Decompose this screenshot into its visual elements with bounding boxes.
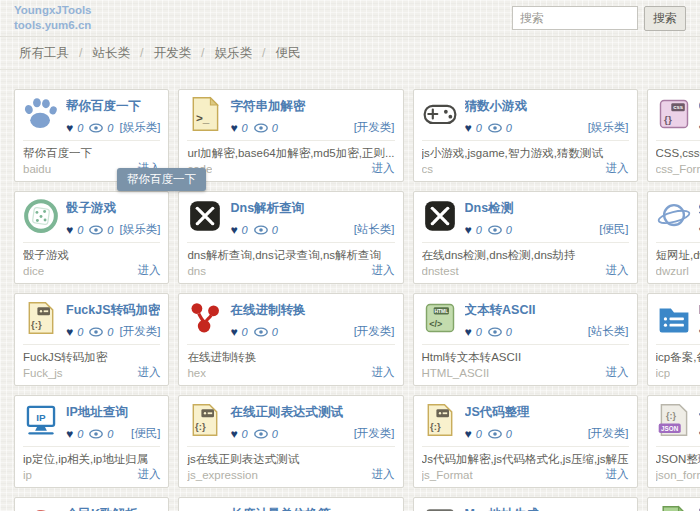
card-footer: js_expression 进入 [187,467,394,483]
enter-link[interactable]: 进入 [606,365,629,380]
category-tag[interactable]: [站长类] [588,324,629,339]
tool-id: dwzurl [656,265,689,277]
card-footer: code 进入 [187,161,394,177]
tool-id: json_format [656,469,700,481]
category-tag[interactable]: [便民] [599,222,628,237]
tool-title[interactable]: 在线进制转换 [230,302,394,319]
heart-icon: ♥ [465,326,472,338]
tool-id: js_Format [422,469,473,481]
tool-title[interactable]: 在线正则表达式测试 [230,404,394,421]
card-header: IP IP地址查询 ♥ 0 0 [便民] [23,402,160,441]
enter-link[interactable]: 进入 [137,365,160,380]
category-tag[interactable]: [便民] [131,426,160,441]
breadcrumb-item[interactable]: 站长类 [92,45,130,62]
views-count: 0 [506,326,512,338]
tool-description: 骰子游戏 [23,242,160,263]
tool-title[interactable]: 骰子游戏 [66,200,160,217]
card-header: {:} JS代码整理 ♥ 0 0 [开发类] [422,402,629,441]
tool-title[interactable]: Dns检测 [465,200,629,217]
enter-link[interactable]: 进入 [137,263,160,278]
enter-link[interactable]: 进入 [606,467,629,482]
enter-link[interactable]: 进入 [137,467,160,482]
views-count: 0 [107,428,113,440]
js-file-icon: {:} [187,402,223,438]
card-header: {:} FuckJS转码加密 ♥ 0 0 [开发类] [23,300,160,339]
tool-stats: ♥ 0 0 [娱乐类] [66,120,160,135]
tool-title[interactable]: 帮你百度一下 [66,98,160,115]
views-count: 0 [107,326,113,338]
category-tag[interactable]: [娱乐类] [588,120,629,135]
tooltip: 帮你百度一下 [117,168,206,191]
category-tag[interactable]: [站长类] [354,222,395,237]
tool-description: 在线dns检测,dns检测,dns劫持 [422,242,629,263]
js-file-icon: {:} [422,402,458,438]
tools-grid: 帮你百度一下 ♥ 0 0 [娱乐类] 帮你百度一下 baidu 进入 >_ 字符 [14,89,686,511]
enter-link[interactable]: 进入 [606,161,629,176]
tool-description: CSS,css代码美化,css代码格式化,css代码... [656,140,700,161]
search-input[interactable] [512,6,638,30]
tool-title[interactable]: 长度计量单位换算 [230,506,394,511]
category-tag[interactable]: [娱乐类] [120,120,161,135]
card-header: css{} CSS代码整理 ♥ 0 0 [开发类] [656,96,700,135]
eye-icon [89,429,103,439]
breadcrumb: 所有工具/站长类/开发类/娱乐类/便民 [0,37,700,70]
tool-id: dnstest [422,265,459,277]
enter-link[interactable]: 进入 [372,263,395,278]
card-header: 长度计量单位换算 ♥ [187,504,394,511]
card-header: 全民K歌解析 ♥ [23,504,160,511]
tool-title[interactable]: FuckJS转码加密 [66,302,160,319]
tool-title[interactable]: Mac地址生成 [465,506,629,511]
tool-card: 昵称生成器 ♥ 进入 [647,497,700,511]
tool-description: 帮你百度一下 [23,140,160,161]
enter-link[interactable]: 进入 [372,161,395,176]
likes-count: 0 [476,122,482,134]
likes-count: 0 [242,326,248,338]
tool-title[interactable]: 全民K歌解析 [66,506,160,511]
likes-count: 0 [77,428,83,440]
card-header: 帮你百度一下 ♥ 0 0 [娱乐类] [23,96,160,135]
tool-description: 短网址,dwz,短网址生成,免费防红,防红接... [656,242,700,263]
category-tag[interactable]: [开发类] [354,426,395,441]
share-icon [187,300,223,336]
tool-title[interactable]: 字符串加解密 [230,98,394,115]
tool-description: dns解析查询,dns记录查询,ns解析查询 [187,242,394,263]
heart-icon: ♥ [230,122,237,134]
tool-stats: ♥ 0 0 [开发类] [230,120,394,135]
eye-icon [488,429,502,439]
svg-text:{:}: {:} [31,319,42,330]
dice-icon [23,198,59,234]
tool-title[interactable]: IP地址查询 [66,404,160,421]
breadcrumb-item[interactable]: 所有工具 [19,45,69,62]
category-tag[interactable]: [开发类] [588,426,629,441]
js-file-icon: {:} [23,300,59,336]
enter-link[interactable]: 进入 [372,365,395,380]
likes-count: 0 [476,326,482,338]
tool-title[interactable]: Dns解析查询 [230,200,394,217]
category-tag[interactable]: [开发类] [120,324,161,339]
svg-text:{:}: {:} [196,421,207,432]
tool-title[interactable]: JS代码整理 [465,404,629,421]
card-header: 短网址生成 ♥ 0 0 [站长类] [656,198,700,237]
card-header: 猜数小游戏 ♥ 0 0 [娱乐类] [422,96,629,135]
tool-card: {:} 在线正则表达式测试 ♥ 0 0 [开发类] js在线正则表达式测试 js… [178,395,403,488]
site-logo[interactable]: YoungxJTools tools.yum6.cn [14,3,92,33]
tool-card: Mac地址生成 ♥ 进入 [413,497,638,511]
tool-id: hex [187,367,206,379]
eye-icon [89,123,103,133]
enter-link[interactable]: 进入 [372,467,395,482]
category-tag[interactable]: [开发类] [354,324,395,339]
category-tag[interactable]: [娱乐类] [120,222,161,237]
breadcrumb-item[interactable]: 便民 [275,45,300,62]
tool-title[interactable]: 文本转ASCII [465,302,629,319]
category-tag[interactable]: [开发类] [354,120,395,135]
tool-description: icp备案,备案查询,域名信息查询,备案记... [656,344,700,365]
tool-title[interactable]: 猜数小游戏 [465,98,629,115]
breadcrumb-item[interactable]: 开发类 [153,45,191,62]
tool-stats: ♥ 0 0 [开发类] [230,324,394,339]
breadcrumb-item[interactable]: 娱乐类 [214,45,252,62]
tool-description: FuckJS转码加密 [23,344,160,365]
dns-x-icon [187,198,223,234]
enter-link[interactable]: 进入 [606,263,629,278]
search-button[interactable]: 搜索 [644,6,686,31]
tool-stats: ♥ 0 0 [开发类] [465,426,629,441]
